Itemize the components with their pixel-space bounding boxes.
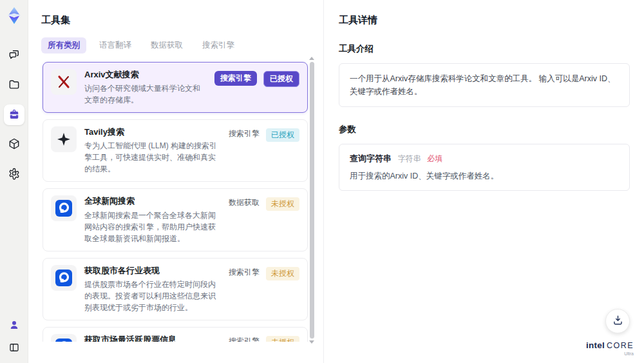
parameter-header: 查询字符串 字符串 必填 <box>350 153 619 164</box>
params-heading: 参数 <box>339 124 630 135</box>
tool-text: Arxiv文献搜索 访问各个研究领域大量科学论文和文章的存储库。 <box>84 69 207 106</box>
tool-card[interactable]: Arxiv文献搜索 访问各个研究领域大量科学论文和文章的存储库。 搜索引擎 已授… <box>43 62 308 113</box>
core-wordmark: CORE <box>607 341 634 350</box>
tool-category-badge: 搜索引擎 <box>229 267 260 278</box>
tool-card[interactable]: Tavily搜索 专为人工智能代理 (LLM) 构建的搜索引擎工具，可快速提供实… <box>43 119 308 182</box>
tool-description: 全球新闻搜索是一个聚合全球各大新闻网站内容的搜索引擎，帮助用户快速获取全球最新资… <box>84 210 221 244</box>
tool-badges: 数据获取 未授权 <box>229 195 299 244</box>
gear-icon <box>8 167 21 182</box>
tool-name: Tavily搜索 <box>84 126 221 138</box>
chat-icon <box>8 48 21 63</box>
intro-heading: 工具介绍 <box>339 43 630 55</box>
download-icon <box>612 314 624 328</box>
page-title: 工具集 <box>41 14 310 26</box>
tool-category-badge: 搜索引擎 <box>229 336 260 342</box>
cube-icon <box>8 137 21 152</box>
parameter-description: 用于搜索的Arxiv ID、关键字或作者姓名。 <box>350 171 619 182</box>
sidebar-item-models[interactable] <box>4 134 24 155</box>
tool-category-badge: 搜索引擎 <box>229 128 260 139</box>
tab-2[interactable]: 语言翻译 <box>93 37 138 54</box>
parameter-card: 查询字符串 字符串 必填 用于搜索的Arxiv ID、关键字或作者姓名。 <box>339 144 630 191</box>
intel-core-logo: intelCORE Ultra <box>586 339 634 357</box>
toolbox-icon <box>8 108 21 123</box>
user-avatar-icon <box>8 319 20 333</box>
tool-name: 获取市场最活跃股票信息 <box>84 334 221 342</box>
tab-3[interactable]: 数据获取 <box>144 37 189 54</box>
tool-auth-badge: 已授权 <box>266 128 299 142</box>
intel-sub-label: Ultra <box>586 351 634 357</box>
tool-badges: 搜索引擎 未授权 <box>229 265 299 313</box>
tool-logo-icon <box>51 195 77 221</box>
tool-auth-badge: 未授权 <box>266 336 299 342</box>
gem-logo-icon <box>5 6 24 25</box>
panel-toggle-icon <box>8 342 20 355</box>
app-window: 工具集 所有类别语言翻译数据获取搜索引擎 <box>0 0 644 363</box>
scroll-down-arrow-icon[interactable] <box>309 340 314 344</box>
tool-logo-icon <box>51 69 77 95</box>
tool-text: 获取市场最活跃股票信息 提供当天交易量最高的股票列表，投资者可以利用这些信息来识… <box>84 334 221 342</box>
sidebar-nav <box>4 45 24 184</box>
intel-wordmark: intel <box>586 340 605 350</box>
tools-pane: 工具集 所有类别语言翻译数据获取搜索引擎 <box>28 0 324 363</box>
folder-icon <box>8 78 21 93</box>
tool-name: 全球新闻搜索 <box>84 195 221 207</box>
tool-category-badge: 数据获取 <box>229 197 260 208</box>
tool-logo-icon <box>51 126 77 152</box>
tool-text: 全球新闻搜索 全球新闻搜索是一个聚合全球各大新闻网站内容的搜索引擎，帮助用户快速… <box>84 195 221 244</box>
tool-card[interactable]: 获取市场最活跃股票信息 提供当天交易量最高的股票列表，投资者可以利用这些信息来识… <box>43 327 308 342</box>
details-pane: 工具详情 工具介绍 一个用于从Arxiv存储库搜索科学论文和文章的工具。 输入可… <box>325 0 644 363</box>
tool-badges: 搜索引擎 已授权 <box>214 69 299 106</box>
tool-name: 获取股市各行业表现 <box>84 265 221 277</box>
tool-card[interactable]: 全球新闻搜索 全球新闻搜索是一个聚合全球各大新闻网站内容的搜索引擎，帮助用户快速… <box>43 188 308 251</box>
sidebar <box>0 0 28 363</box>
download-button[interactable] <box>605 309 630 333</box>
parameter-name: 查询字符串 <box>350 153 392 163</box>
sidebar-item-settings[interactable] <box>4 164 24 184</box>
tool-intro-text: 一个用于从Arxiv存储库搜索科学论文和文章的工具。 输入可以是Arxiv ID… <box>339 63 630 107</box>
tool-logo-icon <box>51 265 77 291</box>
scroll-up-arrow-icon[interactable] <box>309 57 314 60</box>
sidebar-item-chat[interactable] <box>4 45 24 66</box>
user-avatar-button[interactable] <box>6 317 23 334</box>
tool-name: Arxiv文献搜索 <box>84 69 207 81</box>
app-logo[interactable] <box>4 5 24 26</box>
collapse-panel-button[interactable] <box>6 340 23 357</box>
tool-card[interactable]: 获取股市各行业表现 提供股票市场各个行业在特定时间段内的表现。投资者可以利用这些… <box>43 258 308 320</box>
tool-description: 提供股票市场各个行业在特定时间段内的表现。投资者可以利用这些信息来识别表现优于或… <box>84 279 221 313</box>
parameter-type: 字符串 <box>398 154 421 163</box>
list-scrollbar[interactable] <box>309 57 314 344</box>
tool-text: Tavily搜索 专为人工智能代理 (LLM) 构建的搜索引擎工具，可快速提供实… <box>84 126 221 175</box>
tool-badges: 搜索引擎 已授权 <box>229 126 299 175</box>
sidebar-item-files[interactable] <box>4 75 24 95</box>
tool-description: 访问各个研究领域大量科学论文和文章的存储库。 <box>84 83 207 106</box>
tab-4[interactable]: 搜索引擎 <box>196 37 241 54</box>
tool-badges: 搜索引擎 未授权 <box>229 334 299 342</box>
sidebar-bottom <box>6 317 23 357</box>
sidebar-item-tools[interactable] <box>4 104 24 125</box>
parameter-required-badge: 必填 <box>427 154 442 163</box>
scrollbar-thumb[interactable] <box>310 62 314 338</box>
tab-1[interactable]: 所有类别 <box>41 37 86 54</box>
tool-list: Arxiv文献搜索 访问各个研究领域大量科学论文和文章的存储库。 搜索引擎 已授… <box>41 61 310 342</box>
tool-auth-badge: 已授权 <box>263 71 299 87</box>
category-tabs: 所有类别语言翻译数据获取搜索引擎 <box>41 37 310 54</box>
tool-logo-icon <box>51 334 77 342</box>
details-title: 工具详情 <box>339 14 630 26</box>
tool-description: 专为人工智能代理 (LLM) 构建的搜索引擎工具，可快速提供实时、准确和真实的结… <box>84 140 221 175</box>
tool-auth-badge: 未授权 <box>266 197 299 211</box>
tool-auth-badge: 未授权 <box>266 267 299 280</box>
tool-text: 获取股市各行业表现 提供股票市场各个行业在特定时间段内的表现。投资者可以利用这些… <box>84 265 221 313</box>
tool-category-badge: 搜索引擎 <box>214 71 257 86</box>
